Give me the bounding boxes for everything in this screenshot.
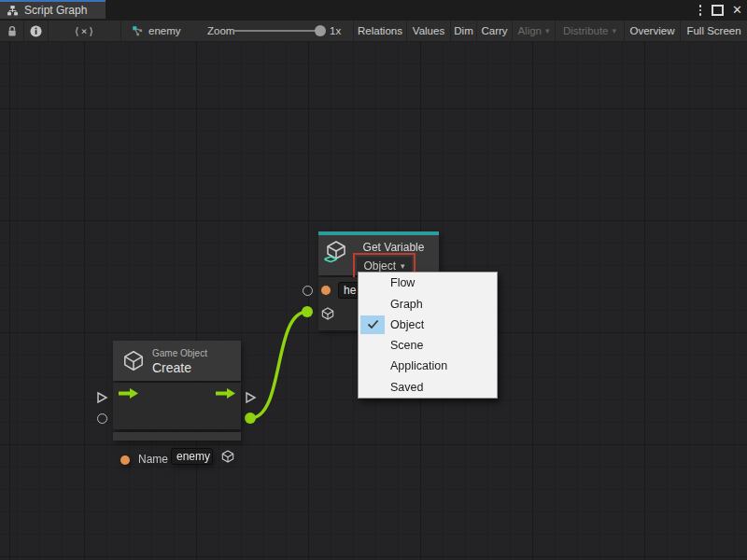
zoom-slider-knob[interactable]	[315, 25, 326, 36]
variable-name-port-dot[interactable]	[321, 286, 331, 295]
lock-icon	[7, 25, 18, 37]
values-button[interactable]: Values	[406, 21, 450, 41]
game-object-cube-icon	[121, 348, 146, 373]
graph-asset-icon	[132, 25, 144, 37]
menu-item-object[interactable]: Object	[359, 315, 497, 335]
menu-item-saved[interactable]: Saved	[359, 377, 497, 398]
menu-item-graph[interactable]: Graph	[359, 293, 497, 314]
code-view-button[interactable]: ⟨×⟩	[49, 21, 121, 41]
flow-arrow-in-icon	[119, 388, 139, 399]
overview-button[interactable]: Overview	[624, 21, 680, 41]
node-footer	[113, 432, 241, 441]
check-slot	[360, 273, 385, 292]
checkmark-icon	[360, 315, 385, 334]
check-slot	[360, 378, 385, 397]
scope-context-menu: Flow Graph Object Scene Application	[358, 272, 498, 399]
value-input-port[interactable]	[97, 413, 107, 424]
check-slot	[360, 295, 385, 314]
script-graph-window: Script Graph ✕ ⟨×⟩	[0, 0, 747, 560]
tab-script-graph[interactable]: Script Graph	[0, 0, 106, 19]
menu-item-application[interactable]: Application	[359, 356, 497, 376]
caret-down-icon: ▾	[545, 26, 550, 35]
align-button[interactable]: Align▾	[512, 21, 555, 41]
name-port-label: Name	[138, 453, 168, 466]
lock-button[interactable]	[0, 21, 24, 41]
caret-down-icon: ▾	[613, 26, 617, 35]
node-create-game-object[interactable]: Game Object Create Name enemy	[113, 341, 241, 441]
node-header[interactable]: <> Get Variable Object ▾	[318, 235, 439, 275]
object-port-cube-icon[interactable]	[320, 306, 335, 321]
name-port-dot[interactable]	[120, 455, 130, 465]
check-slot	[360, 357, 385, 375]
zoom-label: Zoom	[207, 21, 234, 41]
node-category: Game Object	[152, 348, 207, 358]
zoom-value: 1x	[330, 21, 341, 41]
tab-title: Script Graph	[24, 4, 87, 17]
graph-reference[interactable]: enemy	[121, 21, 181, 41]
more-menu-icon[interactable]	[698, 3, 704, 18]
flow-arrow-out-icon	[216, 388, 236, 399]
zoom-slider[interactable]	[234, 30, 317, 32]
node-title: Get Variable	[352, 241, 435, 254]
title-bar: Script Graph ✕	[0, 0, 747, 21]
carry-button[interactable]: Carry	[476, 21, 512, 41]
menu-item-scene[interactable]: Scene	[359, 335, 497, 356]
flow-input-port[interactable]	[96, 391, 108, 404]
maximize-icon[interactable]	[712, 5, 724, 16]
info-button[interactable]	[24, 21, 49, 41]
name-input-field[interactable]: enemy	[171, 448, 213, 465]
game-object-port-cube-icon[interactable]	[220, 449, 235, 464]
graph-name: enemy	[148, 25, 181, 36]
flow-output-port[interactable]	[245, 391, 257, 404]
info-icon	[30, 25, 42, 37]
check-slot	[360, 336, 385, 355]
graph-hierarchy-icon	[7, 5, 19, 17]
object-input-port-connected[interactable]	[302, 306, 313, 317]
value-output-port-connected[interactable]	[245, 413, 256, 424]
relations-button[interactable]: Relations	[353, 21, 406, 41]
code-icon: ⟨×⟩	[74, 25, 95, 37]
node-header[interactable]: Game Object Create	[113, 341, 241, 381]
graph-toolbar: ⟨×⟩ enemy Zoom 1x Relations Values Dim C…	[0, 21, 747, 42]
graph-canvas[interactable]: Game Object Create Name enemy	[0, 41, 747, 560]
dim-button[interactable]: Dim	[450, 21, 476, 41]
menu-item-flow[interactable]: Flow	[359, 273, 497, 293]
variable-name-port[interactable]	[303, 286, 313, 296]
distribute-button[interactable]: Distribute▾	[555, 21, 624, 41]
close-icon[interactable]: ✕	[732, 0, 742, 21]
variable-brackets-icon: <>	[324, 252, 336, 266]
fullscreen-button[interactable]: Full Screen	[680, 21, 747, 41]
node-title: Create	[152, 360, 191, 375]
